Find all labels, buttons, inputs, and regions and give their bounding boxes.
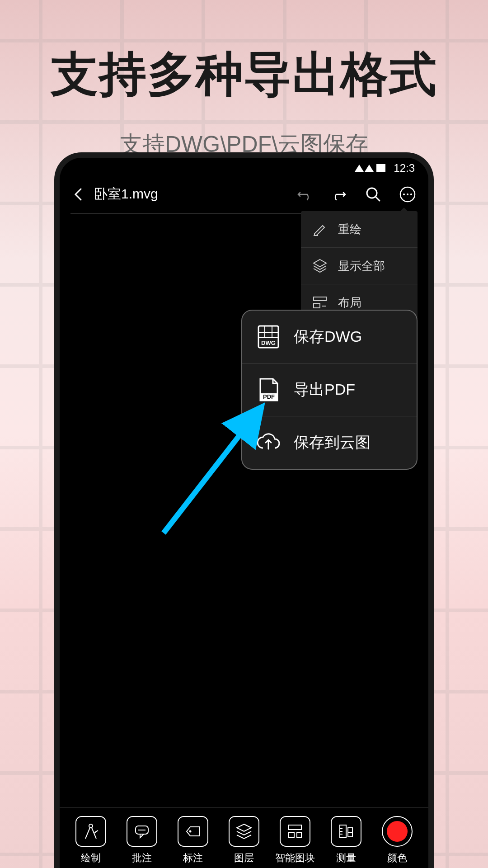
- search-button[interactable]: [364, 185, 382, 203]
- svg-point-16: [189, 830, 191, 833]
- tool-label: 图层: [234, 851, 254, 865]
- svg-point-5: [410, 193, 412, 195]
- svg-rect-19: [297, 832, 301, 838]
- dropdown-item-redraw[interactable]: 重绘: [301, 211, 418, 248]
- color-circle-icon: [382, 816, 413, 847]
- tool-color[interactable]: 颜色: [375, 816, 420, 865]
- battery-icon: [376, 164, 387, 172]
- redo-button[interactable]: [330, 185, 348, 203]
- bottom-toolbar: 绘制 批注 标注: [60, 807, 428, 868]
- main-title: 支持多种导出格式: [0, 43, 488, 107]
- dropdown-label: 布局: [338, 295, 361, 311]
- layout-icon: [312, 294, 328, 311]
- svg-point-1: [367, 188, 377, 198]
- tool-label: 标注: [183, 851, 203, 865]
- layers-stack-icon: [229, 816, 259, 847]
- tool-label: 绘制: [81, 851, 101, 865]
- redraw-icon: [312, 221, 328, 237]
- svg-rect-18: [289, 832, 294, 838]
- dropdown-label: 重绘: [338, 222, 361, 237]
- dropdown-label: 显示全部: [338, 258, 385, 274]
- tool-comment[interactable]: 批注: [119, 816, 164, 865]
- dwg-icon: DWG: [256, 324, 281, 349]
- svg-point-3: [403, 193, 405, 195]
- svg-rect-17: [289, 825, 301, 830]
- svg-text:DWG: DWG: [261, 340, 276, 346]
- tool-label: 智能图块: [275, 851, 315, 865]
- export-item-cloud[interactable]: 保存到云图: [242, 416, 417, 469]
- tool-annotate[interactable]: 标注: [170, 816, 216, 865]
- ruler-icon: [331, 816, 361, 847]
- title-section: 支持多种导出格式 支持DWG\PDF\云图保存: [0, 0, 488, 160]
- tool-layers[interactable]: 图层: [221, 816, 267, 865]
- tool-smartblock[interactable]: 智能图块: [272, 816, 318, 865]
- undo-button[interactable]: [296, 185, 314, 203]
- phone-frame: 12:3 卧室1.mvg: [54, 152, 434, 868]
- signal-icon: [355, 165, 374, 172]
- compass-icon: [75, 816, 106, 847]
- comment-icon: [127, 816, 157, 847]
- svg-rect-6: [314, 297, 326, 301]
- tool-label: 测量: [336, 851, 356, 865]
- export-label: 保存DWG: [294, 326, 362, 347]
- app-header: 卧室1.mvg: [60, 175, 428, 213]
- status-bar: 12:3: [60, 158, 428, 175]
- svg-rect-0: [376, 164, 385, 172]
- tool-draw[interactable]: 绘制: [68, 816, 113, 865]
- tool-label: 颜色: [387, 851, 407, 865]
- tool-label: 批注: [132, 851, 152, 865]
- grid-icon: [280, 816, 310, 847]
- svg-rect-7: [314, 303, 320, 308]
- export-item-pdf[interactable]: PDF 导出PDF: [242, 363, 417, 416]
- svg-point-14: [89, 824, 93, 828]
- back-button[interactable]: [71, 188, 85, 201]
- tool-measure[interactable]: 测量: [324, 816, 369, 865]
- svg-point-4: [407, 193, 408, 195]
- pdf-icon: PDF: [256, 377, 281, 402]
- export-label: 导出PDF: [294, 379, 355, 400]
- export-item-dwg[interactable]: DWG 保存DWG: [242, 311, 417, 363]
- more-button[interactable]: [399, 185, 417, 203]
- status-time: 12:3: [394, 162, 415, 175]
- dropdown-item-showall[interactable]: 显示全部: [301, 248, 418, 284]
- dropdown-menu: 重绘 显示全部 布局: [301, 211, 418, 321]
- svg-text:PDF: PDF: [263, 393, 275, 400]
- cloud-upload-icon: [256, 430, 281, 455]
- export-label: 保存到云图: [294, 432, 371, 453]
- file-title: 卧室1.mvg: [94, 185, 286, 203]
- export-menu: DWG 保存DWG PDF 导出PDF: [241, 310, 418, 470]
- tag-icon: [178, 816, 208, 847]
- layers-icon: [312, 258, 328, 274]
